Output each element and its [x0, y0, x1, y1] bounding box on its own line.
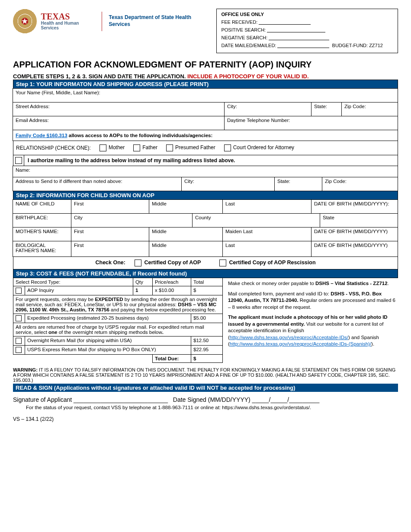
- child-name-label: NAME OF CHILD: [13, 199, 71, 214]
- child-dob-field[interactable]: DATE OF BIRTH (MM/DD/YYYY):: [311, 199, 398, 214]
- return-note: All orders are returned free of charge b…: [13, 323, 223, 337]
- checkbox-authorize-alt-address[interactable]: [15, 157, 22, 164]
- fee-received-field[interactable]: [259, 19, 311, 25]
- warning-text: WARNING: IT IS A FELONY TO FALSIFY INFOR…: [13, 367, 398, 383]
- logo-divider: [102, 12, 102, 31]
- payment-instructions: Make check or money order payable to DSH…: [228, 278, 398, 363]
- page-title: APPLICATION FOR ACKNOWLEDGMENT OF PATERN…: [13, 60, 398, 70]
- logo-state: TEXAS: [41, 12, 95, 21]
- copy-type-row: Check One: Certified Copy of AOP Certifi…: [13, 256, 398, 269]
- state-seal-icon: [13, 9, 37, 34]
- mother-first-field[interactable]: First: [71, 227, 149, 241]
- overnight-usa-fee: $12.50: [191, 337, 223, 346]
- usps-express-label: USPS Express Return Mail (for shipping t…: [25, 346, 191, 355]
- father-name-label: BIOLOGICAL FATHER'S NAME:: [13, 241, 71, 257]
- checkbox-father[interactable]: [133, 144, 140, 151]
- positive-search-field[interactable]: [267, 27, 325, 32]
- aop-price: x $10.00: [153, 286, 191, 295]
- child-last-field[interactable]: Last: [222, 199, 311, 214]
- zip-field[interactable]: Zip Code:: [341, 102, 398, 116]
- date-mailed-field[interactable]: [277, 42, 329, 48]
- office-use-box: OFFICE USE ONLY FEE RECEIVED: POSITIVE S…: [216, 9, 398, 53]
- alt-city-field[interactable]: City:: [181, 177, 275, 191]
- father-last-field[interactable]: Last: [222, 241, 311, 257]
- email-field[interactable]: Email Address:: [13, 116, 225, 130]
- overnight-usa-label: Overnight Return Mail (for shipping with…: [25, 337, 191, 346]
- acceptable-ids-link-en[interactable]: http://www.dshs.texas.gov/vs/reqproc/Acc…: [230, 335, 348, 340]
- checkbox-aop-inquiry[interactable]: [16, 288, 22, 294]
- total-due-label: Total Due:: [153, 355, 191, 363]
- checkbox-presumed-father[interactable]: [166, 144, 173, 151]
- child-middle-field[interactable]: Middle: [149, 199, 223, 214]
- total-header: Total: [191, 278, 223, 286]
- logo-dept: Texas Department of State Health Service…: [109, 14, 208, 28]
- expedited-label: Expedited Processing (estimated 20-25 bu…: [25, 314, 191, 323]
- father-dob-field[interactable]: DATE OF BIRTH (MM/DD/YYYY): [311, 241, 398, 257]
- checkbox-certified-aop[interactable]: [135, 260, 141, 266]
- family-code-link[interactable]: Family Code §160.313: [16, 133, 67, 138]
- alt-name-field[interactable]: Name:: [13, 166, 398, 177]
- fees-table: Select Record Type: Qty Price/each Total…: [13, 278, 223, 363]
- usps-express-fee: $22.95: [191, 346, 223, 355]
- step2-header: Step 2: INFORMATION FOR CHILD SHOWN ON A…: [13, 191, 398, 200]
- bp-county-field[interactable]: County: [192, 213, 320, 228]
- mother-name-label: MOTHER'S NAME:: [13, 227, 71, 241]
- acceptable-ids-link-es[interactable]: http://www.dshs.texas.gov/vs/reqproc/Acc…: [230, 341, 371, 346]
- state-field[interactable]: State:: [311, 102, 342, 116]
- father-middle-field[interactable]: Middle: [149, 241, 223, 257]
- form-number: VS – 134.1 (2/22): [13, 416, 398, 422]
- fee-received-label: FEE RECEIVED:: [221, 19, 257, 25]
- logo-hhs: Health and Human Services: [41, 21, 95, 30]
- mother-maiden-field[interactable]: Maiden Last: [222, 227, 311, 241]
- alt-address-field[interactable]: Address to Send to if different than not…: [13, 177, 182, 191]
- sign-header: READ & SIGN (Applications without signat…: [13, 384, 398, 392]
- relationship-label: RELATIONSHIP (CHECK ONE):: [16, 145, 91, 151]
- budget-fund: BUDGET-FUND: ZZ712: [332, 43, 383, 48]
- authorize-text: I authorize mailing to the address below…: [24, 155, 398, 166]
- select-record-label: Select Record Type:: [13, 278, 133, 286]
- city-field[interactable]: City:: [224, 102, 311, 116]
- checkbox-certified-rescission[interactable]: [219, 260, 226, 266]
- step3-header: Step 3: COST & FEES (NOT REFUNDABLE, if …: [13, 269, 398, 278]
- checkbox-expedited[interactable]: [16, 315, 22, 321]
- mother-middle-field[interactable]: Middle: [149, 227, 223, 241]
- office-header: OFFICE USE ONLY: [221, 12, 393, 17]
- child-first-field[interactable]: First: [71, 199, 149, 214]
- aop-qty: 1: [133, 286, 153, 295]
- bp-state-field[interactable]: State: [320, 213, 398, 228]
- expedite-note: For urgent requests, orders may be EXPED…: [13, 295, 223, 314]
- date-signed-field[interactable]: Date Signed (MM/DD/YYYY) _____/_____/___…: [173, 396, 320, 403]
- status-note: For the status of your request, contact …: [26, 405, 398, 410]
- checkbox-court-ordered[interactable]: [224, 144, 231, 151]
- expedited-fee: $5.00: [191, 314, 223, 323]
- alt-state-field[interactable]: State:: [274, 177, 322, 191]
- birthplace-label: BIRTHPLACE:: [13, 213, 71, 228]
- negative-search-label: NEGATIVE SEARCH:: [221, 35, 267, 40]
- agency-logo: TEXAS Health and Human Services Texas De…: [13, 9, 208, 34]
- instructions: COMPLETE STEPS 1, 2 & 3. SIGN AND DATE T…: [13, 73, 398, 80]
- step1-header: Step 1: YOUR INFORMATON AND SHIPPING ADD…: [13, 80, 398, 89]
- phone-field[interactable]: Daytime Telephone Number:: [224, 116, 398, 130]
- date-mailed-label: DATE MAILED/EMAILED:: [221, 43, 276, 48]
- street-field[interactable]: Street Address:: [13, 102, 225, 116]
- aop-inquiry-label: AOP Inquiry: [25, 286, 133, 295]
- bp-city-field[interactable]: City: [71, 213, 193, 228]
- your-name-field[interactable]: Your Name (First, Middle, Last Name):: [13, 88, 398, 103]
- total-due-field[interactable]: $: [191, 355, 223, 363]
- checkbox-overnight-usa[interactable]: [16, 338, 22, 344]
- relationship-row: RELATIONSHIP (CHECK ONE): Mother Father …: [13, 141, 398, 155]
- positive-search-label: POSITIVE SEARCH:: [221, 27, 266, 32]
- signature-field[interactable]: Signature of Applicant _________________…: [13, 396, 168, 403]
- father-first-field[interactable]: First: [71, 241, 149, 257]
- checkbox-mother[interactable]: [100, 144, 106, 151]
- price-header: Price/each: [153, 278, 191, 286]
- aop-total[interactable]: $: [191, 286, 223, 295]
- negative-search-field[interactable]: [269, 35, 329, 40]
- qty-header: Qty: [133, 278, 153, 286]
- family-code-note: Family Code §160.313 allows access to AO…: [13, 130, 398, 141]
- mother-dob-field[interactable]: DATE OF BIRTH (MM/DD/YYYY): [311, 227, 398, 241]
- alt-zip-field[interactable]: Zip Code:: [322, 177, 398, 191]
- checkbox-usps-express[interactable]: [16, 347, 22, 353]
